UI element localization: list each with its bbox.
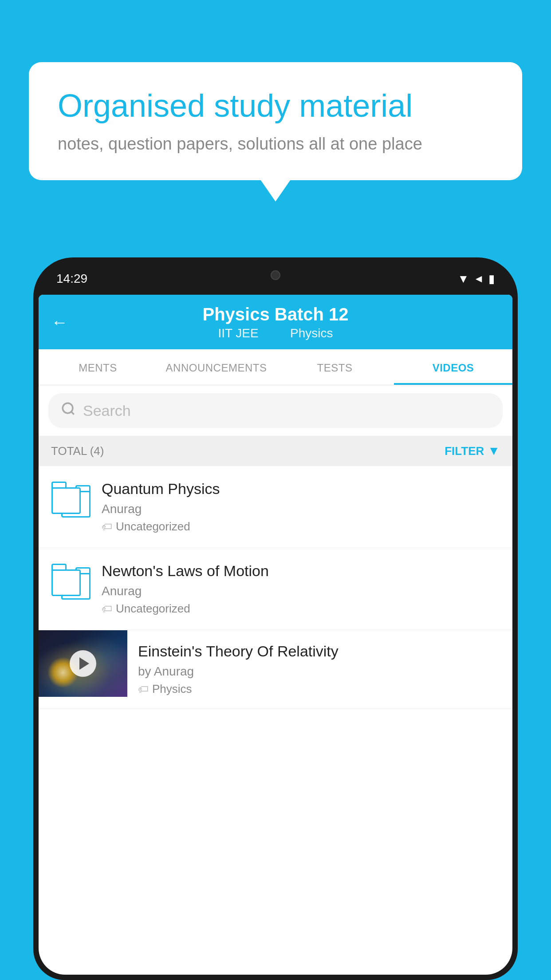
folder-front bbox=[51, 487, 81, 514]
item-title: Einstein's Theory Of Relativity bbox=[138, 643, 502, 660]
folder-icon bbox=[51, 482, 91, 518]
filter-bar: TOTAL (4) FILTER ▼ bbox=[39, 436, 512, 466]
tag-label: Uncategorized bbox=[116, 602, 190, 616]
app-header: ← Physics Batch 12 IIT JEE Physics bbox=[39, 295, 512, 349]
status-icons: ▼ ◄ ▮ bbox=[458, 272, 495, 286]
item-tag: 🏷 Uncategorized bbox=[102, 520, 500, 533]
item-author: by Anurag bbox=[138, 664, 502, 679]
tabs-container: MENTS ANNOUNCEMENTS TESTS VIDEOS bbox=[39, 349, 512, 385]
search-container: Search bbox=[39, 385, 512, 436]
tag-label: Physics bbox=[152, 682, 192, 696]
subtitle-iitjee: IIT JEE bbox=[218, 326, 258, 340]
battery-icon: ▮ bbox=[488, 272, 495, 286]
speech-bubble-container: Organised study material notes, question… bbox=[29, 62, 522, 180]
back-button[interactable]: ← bbox=[51, 312, 68, 332]
item-author: Anurag bbox=[102, 584, 500, 598]
svg-line-1 bbox=[71, 412, 74, 415]
filter-button[interactable]: FILTER ▼ bbox=[445, 444, 500, 458]
item-info: Newton's Laws of Motion Anurag 🏷 Uncateg… bbox=[102, 562, 500, 616]
tag-label: Uncategorized bbox=[116, 520, 190, 533]
speech-bubble: Organised study material notes, question… bbox=[29, 62, 522, 180]
item-icon-container bbox=[51, 562, 91, 600]
camera-dot bbox=[271, 270, 280, 280]
notch bbox=[236, 263, 315, 287]
search-bar[interactable]: Search bbox=[48, 393, 503, 428]
subtitle-separator bbox=[273, 326, 280, 340]
video-thumbnail bbox=[39, 630, 127, 697]
phone-screen: ← Physics Batch 12 IIT JEE Physics MENTS… bbox=[39, 295, 512, 975]
app-title: Physics Batch 12 bbox=[52, 304, 499, 324]
tab-announcements[interactable]: ANNOUNCEMENTS bbox=[157, 349, 276, 385]
list-item[interactable]: Newton's Laws of Motion Anurag 🏷 Uncateg… bbox=[39, 548, 512, 630]
status-bar: 14:29 ▼ ◄ ▮ bbox=[39, 263, 512, 295]
speech-bubble-subtitle: notes, question papers, solutions all at… bbox=[58, 134, 493, 154]
tab-tests[interactable]: TESTS bbox=[276, 349, 394, 385]
signal-icon: ◄ bbox=[473, 273, 484, 285]
item-tag: 🏷 Uncategorized bbox=[102, 602, 500, 616]
tag-icon: 🏷 bbox=[102, 603, 112, 615]
folder-front bbox=[51, 569, 81, 596]
play-triangle-icon bbox=[79, 657, 89, 670]
filter-label: FILTER bbox=[445, 444, 484, 458]
total-count: TOTAL (4) bbox=[51, 444, 104, 458]
video-list: Quantum Physics Anurag 🏷 Uncategorized bbox=[39, 466, 512, 709]
svg-point-0 bbox=[63, 403, 73, 413]
item-info: Quantum Physics Anurag 🏷 Uncategorized bbox=[102, 480, 500, 533]
phone-mockup: 14:29 ▼ ◄ ▮ ← Physics Batch 12 IIT JEE P… bbox=[33, 257, 518, 980]
item-title: Quantum Physics bbox=[102, 480, 500, 498]
tab-ments[interactable]: MENTS bbox=[39, 349, 157, 385]
item-info: Einstein's Theory Of Relativity by Anura… bbox=[127, 630, 512, 708]
search-icon bbox=[61, 401, 76, 420]
wifi-icon: ▼ bbox=[458, 272, 469, 286]
item-author: Anurag bbox=[102, 502, 500, 516]
subtitle-physics: Physics bbox=[290, 326, 333, 340]
list-item[interactable]: Einstein's Theory Of Relativity by Anura… bbox=[39, 630, 512, 709]
phone-outer: 14:29 ▼ ◄ ▮ ← Physics Batch 12 IIT JEE P… bbox=[33, 257, 518, 980]
tag-icon: 🏷 bbox=[138, 683, 149, 695]
filter-icon: ▼ bbox=[488, 444, 500, 458]
speech-bubble-title: Organised study material bbox=[58, 87, 493, 125]
search-placeholder: Search bbox=[83, 402, 131, 419]
item-title: Newton's Laws of Motion bbox=[102, 562, 500, 580]
item-icon-container bbox=[51, 480, 91, 518]
app-subtitle: IIT JEE Physics bbox=[52, 326, 499, 340]
list-item[interactable]: Quantum Physics Anurag 🏷 Uncategorized bbox=[39, 466, 512, 548]
tag-icon: 🏷 bbox=[102, 521, 112, 533]
item-tag: 🏷 Physics bbox=[138, 682, 502, 696]
status-time: 14:29 bbox=[56, 272, 87, 286]
folder-icon bbox=[51, 564, 91, 600]
tab-videos[interactable]: VIDEOS bbox=[394, 349, 512, 385]
play-button[interactable] bbox=[70, 650, 96, 677]
